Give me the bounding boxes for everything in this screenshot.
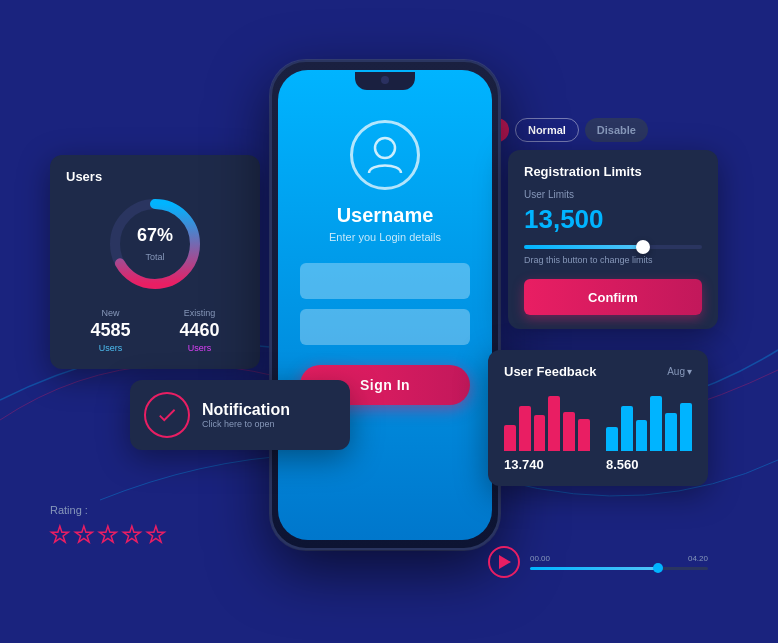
disable-button[interactable]: Disable xyxy=(585,118,648,142)
existing-label-bottom: Users xyxy=(179,343,219,353)
audio-fill xyxy=(530,567,655,570)
audio-player: 00.00 04.20 xyxy=(488,546,708,578)
new-value: 4585 xyxy=(90,320,130,341)
phone-input-username[interactable] xyxy=(300,263,470,299)
bar xyxy=(563,412,575,451)
reg-drag-hint: Drag this button to change limits xyxy=(524,255,702,265)
reg-slider[interactable] xyxy=(524,245,702,249)
phone-subtitle: Enter you Login details xyxy=(329,231,441,243)
normal-button[interactable]: Normal xyxy=(515,118,579,142)
reg-slider-fill xyxy=(524,245,640,249)
notification-icon-wrap xyxy=(144,392,190,438)
donut-total-label: Total xyxy=(145,252,164,262)
audio-time-end: 04.20 xyxy=(688,554,708,563)
star-4[interactable]: ★ xyxy=(122,522,142,548)
reg-slider-track xyxy=(524,245,702,249)
user-feedback-card: User Feedback Aug ▾ 13.740 8.560 xyxy=(488,350,708,486)
star-2[interactable]: ★ xyxy=(74,522,94,548)
star-3[interactable]: ★ xyxy=(98,522,118,548)
donut-chart: 67% Total xyxy=(105,194,205,294)
donut-label: 67% Total xyxy=(137,225,173,264)
bar xyxy=(519,406,531,451)
feedback-charts: 13.740 8.560 xyxy=(504,391,692,472)
svg-point-2 xyxy=(375,138,395,158)
users-card-title: Users xyxy=(66,169,244,184)
checkmark-icon xyxy=(156,404,178,426)
star-5[interactable]: ★ xyxy=(146,522,166,548)
audio-thumb[interactable] xyxy=(653,563,663,573)
avatar-icon xyxy=(350,120,420,190)
phone-frame: Username Enter you Login details Sign In xyxy=(270,60,500,550)
chart-value-1: 13.740 xyxy=(504,457,590,472)
existing-label-top: Existing xyxy=(179,308,219,318)
notification-title: Notification xyxy=(202,401,290,419)
donut-container: 67% Total xyxy=(66,194,244,294)
bar xyxy=(606,427,618,451)
chevron-down-icon: ▾ xyxy=(687,366,692,377)
reg-user-limits-label: User Limits xyxy=(524,189,702,200)
reg-value: 13,500 xyxy=(524,204,702,235)
audio-progress[interactable]: 00.00 04.20 xyxy=(530,554,708,570)
reg-slider-thumb[interactable] xyxy=(636,240,650,254)
feedback-header: User Feedback Aug ▾ xyxy=(504,364,692,379)
play-icon xyxy=(499,555,511,569)
bar xyxy=(534,415,546,451)
bar xyxy=(636,420,648,451)
bar xyxy=(578,419,590,451)
chart-value-2: 8.560 xyxy=(606,457,692,472)
notification-subtitle: Click here to open xyxy=(202,419,290,429)
rating-label: Rating : xyxy=(50,504,166,516)
bar xyxy=(650,396,662,451)
play-button[interactable] xyxy=(488,546,520,578)
new-label-bottom: Users xyxy=(90,343,130,353)
confirm-button[interactable]: Confirm xyxy=(524,279,702,315)
bar xyxy=(621,406,633,451)
phone-username: Username xyxy=(337,204,434,227)
audio-track[interactable] xyxy=(530,567,708,570)
star-rating[interactable]: ★ ★ ★ ★ ★ xyxy=(50,522,166,548)
existing-value: 4460 xyxy=(179,320,219,341)
reg-card-title: Registration Limits xyxy=(524,164,702,179)
new-label-top: New xyxy=(90,308,130,318)
feedback-title: User Feedback xyxy=(504,364,597,379)
chart-group-1: 13.740 xyxy=(504,391,590,472)
bars-group-2 xyxy=(606,391,692,451)
phone-camera xyxy=(381,76,389,84)
bar xyxy=(548,396,560,451)
existing-users-stat: Existing 4460 Users xyxy=(179,308,219,353)
chart-group-2: 8.560 xyxy=(606,391,692,472)
phone-screen: Username Enter you Login details Sign In xyxy=(278,70,492,540)
donut-percentage: 67% xyxy=(137,225,173,246)
star-1[interactable]: ★ xyxy=(50,522,70,548)
audio-times: 00.00 04.20 xyxy=(530,554,708,563)
notification-card[interactable]: Notification Click here to open xyxy=(130,380,350,450)
rating-section: Rating : ★ ★ ★ ★ ★ xyxy=(50,504,166,548)
bar xyxy=(680,403,692,451)
new-users-stat: New 4585 Users xyxy=(90,308,130,353)
phone-input-password[interactable] xyxy=(300,309,470,345)
users-stats: New 4585 Users Existing 4460 Users xyxy=(66,308,244,353)
audio-time-start: 00.00 xyxy=(530,554,550,563)
registration-limits-card: Registration Limits User Limits 13,500 D… xyxy=(508,150,718,329)
bar xyxy=(504,425,516,451)
bars-group-1 xyxy=(504,391,590,451)
notification-text: Notification Click here to open xyxy=(202,401,290,429)
feedback-month-label: Aug xyxy=(667,366,685,377)
feedback-month[interactable]: Aug ▾ xyxy=(667,366,692,377)
phone-mockup: Username Enter you Login details Sign In xyxy=(270,60,500,550)
bar xyxy=(665,413,677,451)
users-card: Users 67% Total New 4585 Users xyxy=(50,155,260,369)
